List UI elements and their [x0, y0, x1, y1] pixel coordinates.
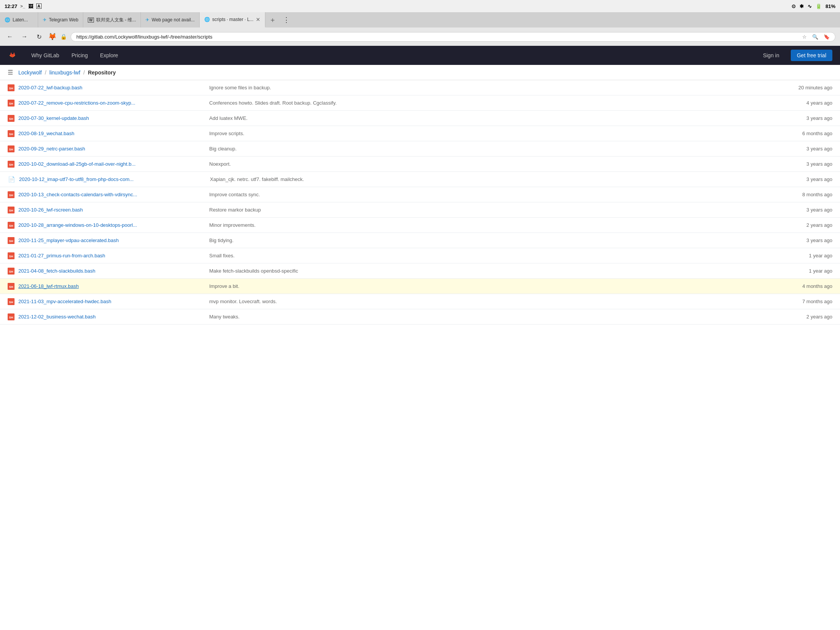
file-time: 1 year ago: [783, 253, 832, 258]
file-time: 2 years ago: [783, 314, 832, 320]
breadcrumb-current: Repository: [88, 69, 116, 76]
file-row: SH2020-10-02_download-all-25gb-of-mail-o…: [0, 157, 840, 172]
file-name[interactable]: 2020-08-19_wechat.bash: [18, 131, 202, 136]
file-row: SH2020-10-26_lwf-rscreen.bashRestore mar…: [0, 202, 840, 218]
file-name[interactable]: 2020-07-22_remove-cpu-restrictions-on-zo…: [18, 100, 202, 106]
tabs-bar: 🌐 Laten... ✈ Telegram Web W 联邦党人文集 - 维..…: [0, 12, 840, 27]
breadcrumb-repo[interactable]: linuxbugs-lwf: [49, 69, 80, 76]
file-name[interactable]: 2021-11-03_mpv-accelerated-hwdec.bash: [18, 299, 202, 304]
file-time: 20 minutes ago: [783, 85, 832, 90]
file-row: SH2020-07-22_lwf-backup.bashIgnore some …: [0, 80, 840, 95]
file-icon: SH: [8, 100, 15, 107]
file-commit: Restore markor backup: [202, 207, 783, 213]
image-icon: 🖼: [28, 3, 33, 9]
tab-menu-button[interactable]: ⋮: [280, 12, 293, 27]
file-name[interactable]: 2020-10-26_lwf-rscreen.bash: [18, 207, 202, 213]
file-name[interactable]: 2021-01-27_primus-run-from-arch.bash: [18, 253, 202, 258]
svg-text:SH: SH: [9, 163, 13, 166]
file-commit: Conferences howto. Slides draft. Root ba…: [202, 100, 783, 106]
file-commit: Ignore some files in backup.: [202, 85, 783, 90]
tab-close-scripts[interactable]: ✕: [256, 16, 260, 23]
file-name[interactable]: 2020-07-22_lwf-backup.bash: [18, 85, 202, 90]
file-icon: SH: [8, 298, 15, 305]
file-name[interactable]: 2021-04-08_fetch-slackbuilds.bash: [18, 268, 202, 274]
file-time: 3 years ago: [783, 237, 832, 243]
sync-icon: ⊙: [792, 3, 796, 9]
svg-text:SH: SH: [9, 239, 13, 243]
svg-text:SH: SH: [9, 255, 13, 258]
gitlab-navbar: Why GitLab Pricing Explore Sign in Get f…: [0, 46, 840, 65]
file-icon: SH: [8, 222, 15, 229]
file-time: 2 years ago: [783, 222, 832, 228]
reload-button[interactable]: ↻: [34, 31, 44, 42]
file-commit: Noexport.: [202, 161, 783, 167]
status-left: 12:27 >_ 🖼 A: [5, 3, 42, 9]
file-time: 4 months ago: [783, 283, 832, 289]
wifi-icon: ∿: [808, 3, 812, 9]
file-row: SH2020-11-25_mplayer-vdpau-accelerated.b…: [0, 233, 840, 248]
file-time: 6 months ago: [783, 131, 832, 136]
file-row: SH2021-11-03_mpv-accelerated-hwdec.bashm…: [0, 294, 840, 309]
time: 12:27: [5, 3, 17, 9]
gitlab-logo[interactable]: [8, 50, 18, 60]
tab-label-scripts: scripts · master · L...: [212, 17, 254, 22]
file-icon: SH: [8, 252, 15, 259]
svg-text:SH: SH: [9, 224, 13, 228]
file-row: SH2021-12-02_business-wechat.bashMany tw…: [0, 309, 840, 325]
file-name[interactable]: 2021-12-02_business-wechat.bash: [18, 314, 202, 320]
tab-icon-wiki: W: [88, 18, 94, 23]
file-name[interactable]: 2020-09-29_netrc-parser.bash: [18, 146, 202, 152]
file-name[interactable]: 2020-11-25_mplayer-vdpau-accelerated.bas…: [18, 237, 202, 243]
file-icon: SH: [8, 237, 15, 244]
breadcrumb-sep-1: /: [45, 69, 46, 76]
file-icon: SH: [8, 207, 15, 213]
lock-icon: 🔒: [60, 34, 67, 40]
file-name[interactable]: 2020-10-28_arrange-windows-on-10-desktop…: [18, 222, 202, 228]
get-free-trial-button[interactable]: Get free trial: [791, 50, 832, 61]
file-icon: SH: [8, 84, 15, 91]
sidebar-toggle[interactable]: ☰: [8, 69, 13, 76]
battery-icon: 🔋: [816, 3, 822, 9]
new-tab-button[interactable]: ＋: [265, 12, 280, 27]
status-right: ⊙ ✱ ∿ 🔋 81%: [792, 3, 835, 9]
svg-text:SH: SH: [9, 148, 13, 151]
tab-label-laten: Laten...: [13, 17, 28, 23]
file-time: 4 years ago: [783, 100, 832, 106]
address-bar: ← → ↻ 🦊 🔒 https://gitlab.com/Lockywolf/l…: [0, 27, 840, 46]
file-time: 8 months ago: [783, 192, 832, 197]
breadcrumb-lockywolf[interactable]: Lockywolf: [18, 69, 42, 76]
file-time: 3 years ago: [783, 176, 832, 182]
search-icon[interactable]: 🔍: [812, 34, 818, 40]
back-button[interactable]: ←: [5, 31, 15, 42]
nav-why-gitlab[interactable]: Why GitLab: [29, 51, 61, 60]
file-name[interactable]: 2020-10-12_imap-utf7-to-utf8_from-php-do…: [19, 176, 202, 182]
file-commit: Minor improvements.: [202, 222, 783, 228]
bookmark-icon[interactable]: 🔖: [824, 34, 830, 40]
file-name[interactable]: 2021-06-18_lwf-rtmux.bash: [18, 283, 202, 289]
nav-pricing[interactable]: Pricing: [69, 51, 90, 60]
signin-button[interactable]: Sign in: [763, 52, 779, 58]
svg-text:SH: SH: [9, 102, 13, 105]
star-icon[interactable]: ☆: [802, 34, 807, 40]
tab-telegram[interactable]: ✈ Telegram Web: [38, 12, 83, 27]
file-time: 3 years ago: [783, 207, 832, 213]
tab-label-unavail: Web page not avail...: [152, 17, 195, 23]
svg-text:SH: SH: [9, 194, 13, 197]
file-row: SH2020-10-13_check-contacts-calendars-wi…: [0, 187, 840, 202]
file-name[interactable]: 2020-10-02_download-all-25gb-of-mail-ove…: [18, 161, 202, 167]
file-commit: Small fixes.: [202, 253, 783, 258]
forward-button[interactable]: →: [19, 31, 30, 42]
tab-laten[interactable]: 🌐 Laten...: [0, 12, 38, 27]
svg-text:SH: SH: [9, 270, 13, 273]
file-row: SH2021-06-18_lwf-rtmux.bashImprove a bit…: [0, 279, 840, 294]
file-name[interactable]: 2020-10-13_check-contacts-calendars-with…: [18, 192, 202, 197]
tab-scripts[interactable]: 🌐 scripts · master · L... ✕: [200, 12, 265, 27]
file-commit: Improve a bit.: [202, 283, 783, 289]
file-name[interactable]: 2020-07-30_kernel-update.bash: [18, 115, 202, 121]
tab-unavail[interactable]: ✈ Web page not avail...: [141, 12, 200, 27]
file-icon: 📄: [8, 176, 15, 183]
nav-explore[interactable]: Explore: [98, 51, 120, 60]
svg-text:SH: SH: [9, 285, 13, 289]
url-bar[interactable]: https://gitlab.com/Lockywolf/linuxbugs-l…: [71, 32, 835, 42]
tab-wiki[interactable]: W 联邦党人文集 - 维...: [83, 12, 141, 27]
